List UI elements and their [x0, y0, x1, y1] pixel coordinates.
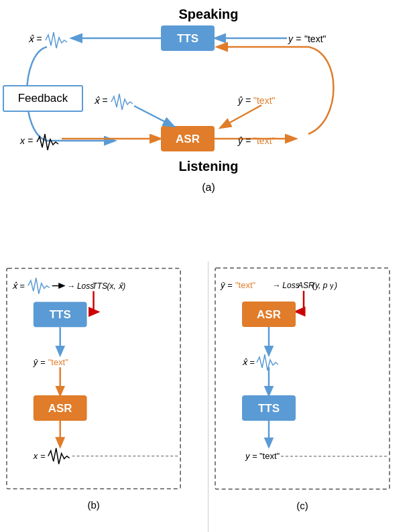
c-y-label: y =: [245, 451, 257, 461]
c-yhat-text: "text": [235, 280, 256, 290]
y-hat-bottom-label: ŷ =: [237, 135, 251, 146]
c-tts-label: TTS: [258, 402, 280, 415]
x-bottom-label: x =: [19, 135, 33, 146]
c-loss-arrow: → Loss: [272, 281, 300, 290]
arc-orange-feedback: [218, 47, 334, 134]
b-caption: (b): [87, 499, 99, 511]
b-asr-label: ASR: [48, 402, 72, 415]
b-x-label: x =: [33, 451, 46, 461]
feedback-label: Feedback: [18, 92, 68, 105]
c-loss-args: (y, p: [312, 281, 328, 290]
diagram-c: ŷ = "text" → Loss ASR (y, p y ) ASR x̂ =…: [208, 261, 417, 532]
speaking-title: Speaking: [179, 7, 239, 21]
b-waveform-xhat: [28, 278, 50, 294]
b-loss-args: (x, x̂): [107, 281, 125, 291]
b-yhat-text: "text": [48, 357, 68, 367]
diagram-a: Speaking TTS ASR y = "text" x̂ = x̂ = ŷ …: [0, 0, 417, 261]
diagram-b: x̂ = → Loss TTS (x, x̂) TTS ŷ = "text" A…: [0, 261, 208, 532]
x-hat-top-label: x̂ =: [28, 34, 42, 44]
c-caption: (c): [296, 500, 308, 511]
arrow-yhat-to-asr: [221, 105, 261, 127]
b-waveform-x: [48, 448, 70, 464]
arrow-xhat-to-asr: [134, 106, 173, 126]
c-y-text: "text": [259, 451, 280, 461]
y-hat-mid-quotes: "text": [253, 95, 276, 106]
b-loss-tts: TTS: [93, 281, 108, 291]
asr-label-a: ASR: [176, 133, 200, 145]
caption-a: (a): [202, 182, 215, 193]
y-hat-bottom-quotes: "text": [253, 135, 276, 146]
b-tts-label: TTS: [50, 308, 71, 321]
y-hat-mid-label: ŷ =: [237, 95, 251, 106]
x-hat-mid-label: x̂ =: [94, 95, 107, 106]
c-asr-label: ASR: [257, 308, 281, 321]
tts-label-a: TTS: [177, 32, 198, 45]
c-yhat-label: ŷ =: [220, 280, 233, 290]
c-xhat-label: x̂ =: [242, 357, 255, 367]
c-waveform-xhat: [257, 354, 278, 371]
y-text-quotes: "text": [304, 34, 326, 44]
y-text-label: y =: [288, 34, 301, 44]
b-xhat-label: x̂ =: [12, 281, 25, 291]
c-loss-close: ): [333, 281, 337, 290]
b-yhat-label: ŷ =: [33, 357, 46, 367]
b-loss-label: → Loss: [67, 281, 95, 291]
listening-label: Listening: [179, 159, 239, 174]
page: Speaking TTS ASR y = "text" x̂ = x̂ = ŷ …: [0, 0, 417, 532]
waveform-x-hat-mid: [111, 94, 133, 110]
c-loss-py: y: [330, 281, 334, 289]
waveform-x-hat-top: [46, 32, 67, 48]
